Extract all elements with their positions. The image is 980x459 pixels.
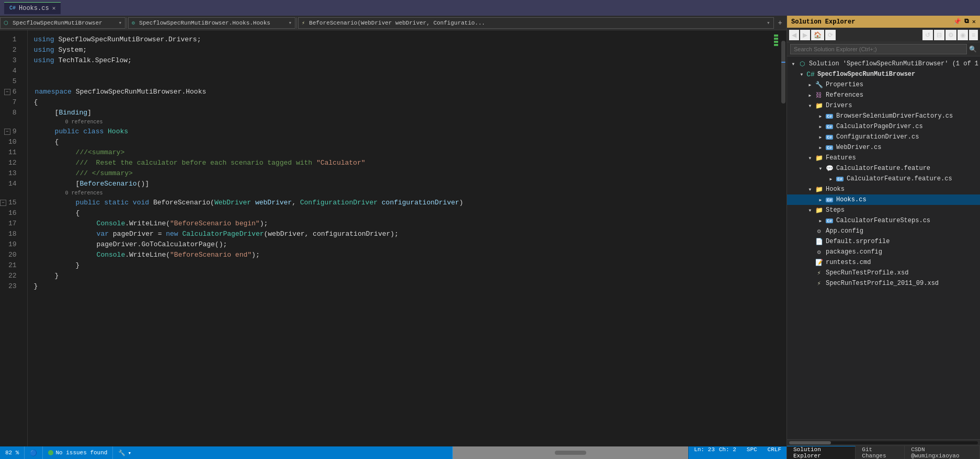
tree-specrunxsd2[interactable]: ▶ ⚡ SpecRunTestProfile_2011_09.xsd — [787, 278, 980, 289]
drivers-label: Drivers — [826, 102, 852, 109]
collapse-icon-6[interactable]: − — [4, 89, 10, 95]
line-numbers: 1 2 3 4 5 −6 7 8 −9 10 11 12 13 14 — [0, 30, 28, 446]
tree-steps[interactable]: ▼ 📁 Steps — [787, 205, 980, 215]
rt-icon: 📝 — [814, 258, 824, 267]
horizontal-scrollbar[interactable] — [453, 446, 688, 459]
features-icon: 📁 — [814, 153, 824, 163]
steps-icon: 📁 — [814, 205, 824, 215]
se-search-input[interactable] — [790, 44, 967, 54]
steps-arrow: ▼ — [806, 208, 814, 213]
tree-features[interactable]: ▼ 📁 Features — [787, 153, 980, 163]
tab-close-button[interactable]: ✕ — [52, 5, 56, 12]
ln2: 2 — [0, 45, 21, 55]
se-pin-button[interactable]: 📌 — [953, 18, 961, 26]
tree-specrunxsd[interactable]: ▶ ⚡ SpecRunTestProfile.xsd — [787, 268, 980, 278]
github-button[interactable]: 🔵 — [25, 446, 42, 459]
se-sync-button[interactable]: ⟳ — [825, 30, 836, 40]
issues-status[interactable]: No issues found — [43, 446, 112, 459]
hscroll-thumb[interactable] — [555, 451, 586, 455]
class-dropdown[interactable]: ⊙ SpecflowSpecRunMutiBrowser.Hooks.Hooks… — [128, 17, 295, 29]
code-line-7: { — [34, 97, 773, 108]
code-line-6: namespace SpecflowSpecRunMutiBrowser.Hoo… — [34, 87, 773, 97]
code-content[interactable]: using SpecflowSpecRunMutiBrowser.Drivers… — [28, 30, 773, 446]
vertical-scrollbar[interactable] — [780, 30, 787, 446]
code-line-17: Console.WriteLine("BeforeScenario begin"… — [34, 219, 773, 229]
scrollbar-thumb[interactable] — [781, 41, 785, 104]
se-back-button[interactable]: ◀ — [789, 30, 799, 40]
se-refresh-button[interactable]: ↺ — [922, 30, 933, 40]
col-label: Ch: 2 — [719, 446, 736, 453]
cfcs-label: CalculatorFeature.feature.cs — [847, 175, 952, 182]
line-ending-label: CRLF — [768, 446, 781, 453]
nav-bar: ⬡ SpecflowSpecRunMutiBrowser ▾ ⊙ Specflo… — [0, 16, 787, 30]
tree-properties[interactable]: ▶ 🔧 Properties — [787, 79, 980, 90]
tree-webdriver[interactable]: ▶ C# WebDriver.cs — [787, 142, 980, 153]
class-icon: ⊙ — [132, 20, 135, 26]
tree-calcsteps[interactable]: ▶ C# CalculatorFeatureSteps.cs — [787, 215, 980, 226]
ln14hint — [0, 189, 21, 198]
tree-calcfeature[interactable]: ▼ 💬 CalculatorFeature.feature — [787, 163, 980, 174]
editor-area: ⬡ SpecflowSpecRunMutiBrowser ▾ ⊙ Specflo… — [0, 16, 787, 459]
tree-srprofile[interactable]: ▶ 📄 Default.srprofile — [787, 236, 980, 247]
hf-label: Hooks — [826, 186, 845, 193]
se-preview-button[interactable]: ◉ — [958, 30, 968, 40]
pc-label: packages.config — [826, 248, 882, 256]
tree-runtests[interactable]: ▶ 📝 runtests.cmd — [787, 257, 980, 268]
editor-tab-hooks[interactable]: C# Hooks.cs ✕ — [4, 2, 61, 14]
se-home-button[interactable]: 🏠 — [811, 30, 824, 40]
ref-arrow: ▶ — [806, 93, 814, 98]
features-label: Features — [826, 154, 856, 162]
se-forward-button[interactable]: ▶ — [800, 30, 810, 40]
tab-csdn[interactable]: CSDN @wumingxiaoyao — [905, 446, 980, 459]
ln21: 21 — [0, 260, 21, 271]
tree-solution[interactable]: ▼ ⬡ Solution 'SpecflowSpecRunMutiBrowser… — [787, 59, 980, 69]
collapse-icon-9[interactable]: − — [4, 129, 10, 135]
tree-drivers[interactable]: ▼ 📁 Drivers — [787, 100, 980, 111]
ln18: 18 — [0, 229, 21, 239]
se-hscrollbar[interactable] — [787, 439, 980, 445]
git-status[interactable]: 🔧 ▾ — [113, 446, 136, 459]
ln6: −6 — [0, 87, 21, 97]
se-float-button[interactable]: ⧉ — [964, 18, 969, 26]
se-collapse-button[interactable]: ⊟ — [934, 30, 944, 40]
tree-project[interactable]: ▼ C# SpecflowSpecRunMutiBrowser — [787, 69, 980, 79]
tree-calcpagedriver[interactable]: ▶ C# CalculatorPageDriver.cs — [787, 121, 980, 132]
se-title-bar: Solution Explorer 📌 ⧉ ✕ — [787, 16, 980, 28]
method-dropdown[interactable]: ⚡ BeforeScenario(WebDriver webDriver, Co… — [298, 17, 774, 29]
bottom-tabs: Solution Explorer Git Changes CSDN @wumi… — [787, 445, 980, 459]
encoding-status[interactable]: SPC — [742, 446, 762, 453]
line-ending-status[interactable]: CRLF — [762, 446, 787, 453]
tab-git-changes[interactable]: Git Changes — [856, 446, 905, 459]
pc-icon: ⚙ — [814, 247, 824, 257]
code-line-19: pageDriver.GoToCalculatorPage(); — [34, 239, 773, 250]
zoom-control[interactable]: 82 % — [0, 446, 24, 459]
se-close-button[interactable]: ✕ — [972, 18, 976, 26]
tree-configdriver[interactable]: ▶ C# ConfigurationDriver.cs — [787, 132, 980, 142]
cs-icon: C# — [9, 5, 16, 11]
tree-hooks-folder[interactable]: ▼ 📁 Hooks — [787, 184, 980, 194]
ln12: 12 — [0, 158, 21, 168]
se-search-icon[interactable]: 🔍 — [969, 45, 977, 53]
props-arrow: ▶ — [806, 83, 814, 87]
se-props-button[interactable]: ⚙ — [945, 30, 956, 40]
se-title: Solution Explorer — [791, 18, 855, 26]
ref-icon: ⛓ — [814, 90, 824, 100]
cf-label: CalculatorFeature.feature — [836, 165, 930, 172]
namespace-dropdown[interactable]: ⬡ SpecflowSpecRunMutiBrowser ▾ — [0, 17, 126, 29]
se-hscroll-track — [789, 441, 978, 444]
tree-calcfeaturecs[interactable]: ▶ C# CalculatorFeature.feature.cs — [787, 174, 980, 184]
ref-label: References — [826, 91, 863, 99]
ln10: 10 — [0, 137, 21, 147]
line-col-status[interactable]: Ln: 23 Ch: 2 — [689, 446, 742, 453]
tree-hooks-cs[interactable]: ▶ C# Hooks.cs — [787, 194, 980, 205]
tree-appconfig[interactable]: ▶ ⚙ App.config — [787, 226, 980, 236]
code-editor[interactable]: 1 2 3 4 5 −6 7 8 −9 10 11 12 13 14 — [0, 30, 787, 446]
tab-solution-explorer[interactable]: Solution Explorer — [787, 446, 856, 459]
tree-browserselenium[interactable]: ▶ C# BrowserSeleniumDriverFactory.cs — [787, 111, 980, 121]
se-more-button[interactable]: ≡ — [969, 30, 978, 40]
se-hscroll-thumb[interactable] — [789, 441, 831, 444]
tree-references[interactable]: ▶ ⛓ References — [787, 90, 980, 100]
tree-pkgconfig[interactable]: ▶ ⚙ packages.config — [787, 247, 980, 257]
collapse-icon-15[interactable]: − — [0, 200, 6, 206]
add-tab-button[interactable]: + — [774, 19, 787, 27]
